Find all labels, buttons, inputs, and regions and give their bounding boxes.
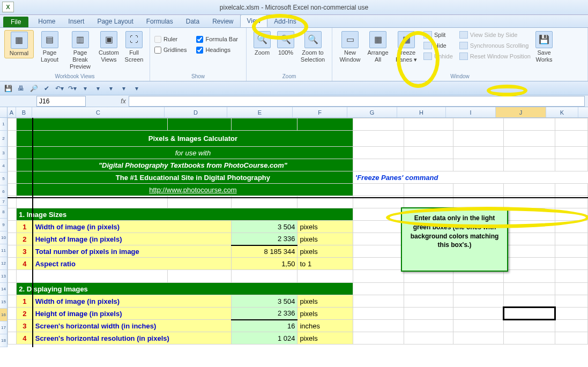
- qat-save-icon[interactable]: 💾: [3, 84, 13, 93]
- zoom-selection-button[interactable]: 🔍Zoom to Selection: [298, 30, 328, 64]
- tab-home[interactable]: Home: [32, 16, 62, 27]
- s2r3-val[interactable]: 16: [231, 320, 297, 332]
- s1r2-label: Height of Image (in pixels): [33, 233, 231, 245]
- ribbon-tabs: File Home Insert Page Layout Formulas Da…: [0, 15, 588, 28]
- col-header-C[interactable]: C: [32, 107, 165, 117]
- save-workspace-button[interactable]: 💾Save Works: [532, 30, 556, 64]
- s1r1-val[interactable]: 3 504: [231, 221, 297, 233]
- page-break-button[interactable]: ▥Page Break Preview: [65, 30, 95, 72]
- col-header-J[interactable]: J: [496, 107, 546, 117]
- row-header-1[interactable]: 1: [0, 118, 7, 131]
- qat-redo-icon[interactable]: ↷▾: [68, 84, 77, 93]
- calc-link[interactable]: http://www.photocourse.com: [33, 184, 353, 196]
- col-header-E[interactable]: E: [227, 107, 293, 117]
- s1r3-num: 3: [17, 245, 33, 258]
- tab-page-layout[interactable]: Page Layout: [91, 16, 139, 27]
- row-header-5[interactable]: 5: [0, 173, 7, 185]
- select-all-corner[interactable]: [0, 107, 8, 118]
- row-header-17[interactable]: 17: [0, 321, 7, 334]
- reset-position-button[interactable]: Reset Window Position: [459, 51, 531, 61]
- worksheet[interactable]: ABCDEFGHIJK 123456789101112131415161718 …: [0, 107, 588, 367]
- col-header-B[interactable]: B: [16, 107, 32, 117]
- tab-review[interactable]: Review: [206, 16, 240, 27]
- freeze-line-vertical: [32, 118, 33, 347]
- s2r1-num: 1: [17, 295, 33, 308]
- row-header-8[interactable]: 8: [0, 206, 7, 219]
- qat-spell-icon[interactable]: ✔: [42, 84, 51, 93]
- headings-checkbox[interactable]: Headings: [196, 45, 238, 55]
- col-header-A[interactable]: A: [8, 107, 16, 117]
- zoom-selection-icon: 🔍: [304, 31, 322, 48]
- side-by-side-button[interactable]: View Side by Side: [459, 30, 531, 40]
- zoom-100-button[interactable]: 🔍100%: [274, 30, 297, 57]
- tab-file[interactable]: File: [3, 17, 28, 27]
- zoom-icon: 🔍: [254, 31, 271, 48]
- new-window-button[interactable]: ▭New Window: [337, 30, 363, 64]
- group-label-window: Window: [337, 73, 583, 80]
- tab-formulas[interactable]: Formulas: [140, 16, 180, 27]
- freeze-panes-button[interactable]: ▦Freeze Panes ▾: [392, 30, 420, 64]
- normal-view-button[interactable]: ▦Normal: [4, 30, 34, 58]
- row-header-12[interactable]: 12: [0, 257, 7, 270]
- s2r4-num: 4: [17, 332, 33, 344]
- tab-view[interactable]: View: [240, 14, 268, 27]
- group-label-show: Show: [154, 73, 242, 80]
- gridlines-checkbox[interactable]: Gridlines: [154, 45, 187, 55]
- unhide-button[interactable]: Unhide: [423, 51, 453, 61]
- row-header-2[interactable]: 2: [0, 131, 7, 147]
- page-layout-button[interactable]: ▤Page Layout: [35, 30, 64, 64]
- qat-misc-1-icon[interactable]: ▾: [80, 84, 90, 93]
- row-header-13[interactable]: 13: [0, 270, 7, 283]
- full-screen-button[interactable]: ⛶Full Screen: [123, 30, 145, 64]
- s2r2-val[interactable]: 2 336: [231, 308, 297, 320]
- col-header-G[interactable]: G: [347, 107, 397, 117]
- col-header-F[interactable]: F: [293, 107, 347, 117]
- row-header-18[interactable]: 18: [0, 334, 7, 347]
- split-button[interactable]: Split: [423, 30, 453, 40]
- ruler-checkbox[interactable]: Ruler: [154, 34, 187, 44]
- tab-data[interactable]: Data: [180, 16, 206, 27]
- s2r4-val[interactable]: 1 024: [231, 332, 297, 344]
- qat-undo-icon[interactable]: ↶▾: [55, 84, 64, 93]
- custom-views-button[interactable]: ▣Custom Views: [96, 30, 122, 64]
- row-header-16[interactable]: 16: [0, 309, 7, 321]
- row-header-9[interactable]: 9: [0, 219, 7, 231]
- row-header-11[interactable]: 11: [0, 244, 7, 257]
- qat-preview-icon[interactable]: 🔎: [29, 84, 39, 93]
- arrange-all-button[interactable]: ▦Arrange All: [364, 30, 391, 64]
- col-header-D[interactable]: D: [165, 107, 227, 117]
- formula-bar-checkbox[interactable]: Formula Bar: [196, 34, 238, 44]
- fx-label: fx: [118, 98, 129, 105]
- formula-input[interactable]: [129, 96, 585, 107]
- selected-cell-j16[interactable]: [504, 308, 555, 320]
- row-headers[interactable]: 123456789101112131415161718: [0, 118, 8, 347]
- name-box[interactable]: J16: [36, 96, 86, 107]
- zoom-button[interactable]: 🔍Zoom: [251, 30, 273, 57]
- qat-misc-2-icon[interactable]: ▾: [93, 84, 103, 93]
- s1r2-val[interactable]: 2 336: [231, 233, 297, 245]
- s1r3-label: Total number of pixels in image: [33, 245, 231, 258]
- calc-sub3: The #1 Educational Site in Digital Photo…: [33, 171, 353, 184]
- s1r1-num: 1: [17, 221, 33, 233]
- col-header-I[interactable]: I: [446, 107, 496, 117]
- custom-views-icon: ▣: [100, 31, 117, 48]
- sync-scroll-button[interactable]: Synchronous Scrolling: [459, 41, 531, 50]
- qat-misc-4-icon[interactable]: ▾: [119, 84, 129, 93]
- row-header-6[interactable]: 6: [0, 185, 7, 198]
- col-header-H[interactable]: H: [397, 107, 446, 117]
- qat-misc-3-icon[interactable]: ▾: [106, 84, 116, 93]
- row-header-7[interactable]: 7: [0, 198, 7, 206]
- col-header-K[interactable]: K: [546, 107, 578, 117]
- tab-insert[interactable]: Insert: [62, 16, 91, 27]
- row-header-3[interactable]: 3: [0, 147, 7, 160]
- s2r1-val[interactable]: 3 504: [231, 295, 297, 308]
- tab-addins[interactable]: Add-Ins: [267, 16, 302, 27]
- qat-print-icon[interactable]: 🖶: [16, 84, 26, 93]
- row-header-4[interactable]: 4: [0, 160, 7, 173]
- hide-button[interactable]: Hide: [423, 41, 453, 50]
- row-header-15[interactable]: 15: [0, 296, 7, 309]
- row-header-14[interactable]: 14: [0, 283, 7, 296]
- row-header-10[interactable]: 10: [0, 231, 7, 244]
- qat-misc-5-icon[interactable]: ▾: [132, 84, 142, 93]
- column-headers[interactable]: ABCDEFGHIJK: [8, 107, 588, 118]
